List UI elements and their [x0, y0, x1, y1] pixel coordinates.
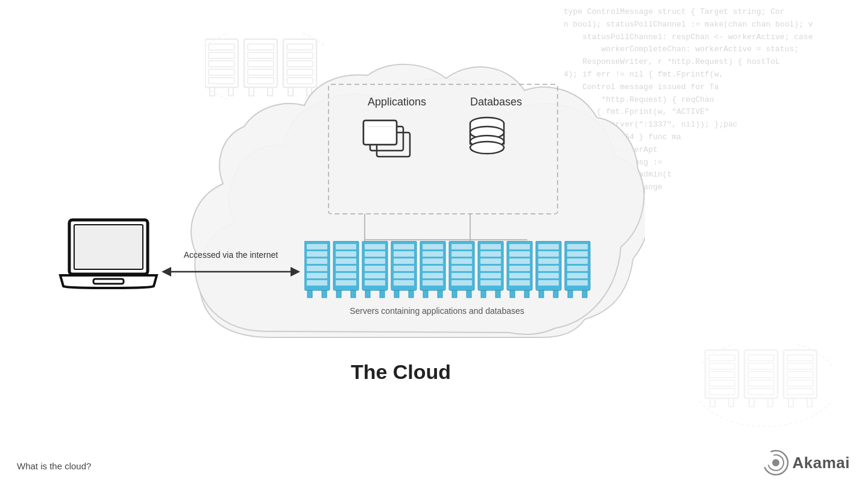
svg-rect-34 [748, 355, 774, 361]
bottom-label: What is the cloud? [17, 461, 91, 471]
databases-label: Databases [470, 96, 522, 108]
svg-rect-31 [710, 398, 715, 407]
applications-label: Applications [368, 96, 426, 108]
cloud-title: The Cloud [181, 360, 621, 384]
svg-rect-32 [729, 398, 734, 407]
server-row [304, 241, 600, 301]
svg-rect-37 [748, 380, 774, 386]
svg-rect-27 [709, 363, 735, 369]
ghost-servers-bottom [699, 344, 832, 431]
svg-point-65 [470, 142, 504, 154]
svg-rect-44 [787, 372, 813, 378]
main-diagram: Applications Databases [151, 48, 645, 386]
svg-point-83 [772, 459, 779, 466]
laptop-icon [57, 217, 160, 307]
svg-rect-43 [787, 363, 813, 369]
svg-rect-45 [787, 380, 813, 386]
akamai-logo: Akamai [761, 448, 851, 477]
svg-rect-41 [784, 350, 817, 398]
svg-rect-39 [749, 398, 754, 407]
svg-rect-48 [807, 398, 812, 407]
svg-rect-33 [744, 350, 778, 398]
svg-marker-79 [162, 267, 171, 277]
akamai-logo-text: Akamai [793, 454, 851, 472]
svg-marker-80 [291, 267, 300, 277]
svg-rect-30 [709, 389, 735, 395]
svg-rect-47 [788, 398, 793, 407]
svg-point-49 [699, 344, 832, 427]
svg-rect-28 [709, 372, 735, 378]
svg-rect-38 [748, 389, 774, 395]
svg-rect-76 [74, 225, 143, 269]
arrow-area: Accessed via the internet [162, 250, 300, 280]
svg-rect-77 [93, 279, 124, 284]
svg-rect-29 [709, 380, 735, 386]
svg-rect-36 [748, 372, 774, 378]
server-caption: Servers containing applications and data… [265, 306, 609, 316]
arrow-label: Accessed via the internet [184, 250, 278, 260]
svg-rect-42 [787, 355, 813, 361]
svg-rect-57 [363, 120, 397, 145]
svg-rect-40 [768, 398, 773, 407]
svg-rect-35 [748, 363, 774, 369]
svg-rect-26 [709, 355, 735, 361]
svg-rect-25 [705, 350, 738, 398]
svg-rect-46 [787, 389, 813, 395]
